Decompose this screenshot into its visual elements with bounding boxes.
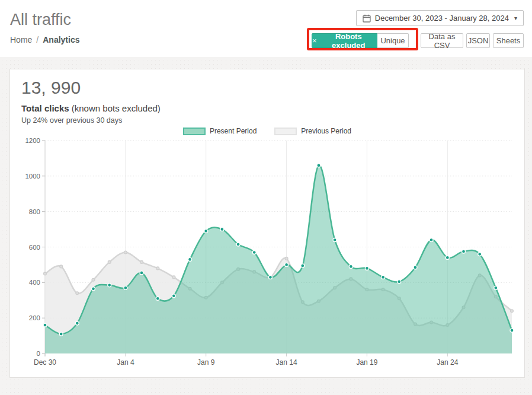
traffic-area-chart[interactable]: 020040060080010001200Dec 30Jan 4Jan 9Jan… — [10, 135, 525, 372]
svg-text:Jan 9: Jan 9 — [197, 358, 215, 367]
present-period-swatch — [183, 128, 206, 135]
export-sheets-button[interactable]: Sheets — [493, 33, 524, 48]
chevron-down-icon: ▾ — [514, 15, 517, 21]
date-range-label: December 30, 2023 - January 28, 2024 — [375, 14, 509, 23]
calendar-icon — [363, 14, 371, 23]
page-title: All traffic — [10, 11, 71, 29]
svg-text:200: 200 — [29, 314, 40, 321]
svg-text:800: 800 — [29, 208, 40, 215]
svg-text:Jan 4: Jan 4 — [117, 358, 134, 367]
svg-text:1200: 1200 — [25, 137, 40, 144]
svg-text:Jan 24: Jan 24 — [437, 358, 458, 367]
filter-robots-excluded[interactable]: × Robots excluded — [312, 33, 377, 48]
total-clicks-label-bold: Total clicks — [21, 103, 69, 113]
svg-text:Dec 30: Dec 30 — [34, 358, 56, 367]
filter-robots-label: Robots excluded — [321, 32, 377, 50]
filter-unique-button[interactable]: Unique — [377, 33, 409, 48]
legend-item-previous[interactable]: Previous Period — [274, 127, 351, 135]
svg-text:1000: 1000 — [25, 173, 40, 180]
close-icon[interactable]: × — [312, 36, 317, 45]
total-clicks-label: Total clicks (known bots excluded) — [21, 103, 161, 113]
breadcrumb-home-link[interactable]: Home — [10, 35, 32, 44]
legend-present-label: Present Period — [210, 127, 257, 135]
breadcrumb-current: Analytics — [43, 35, 79, 44]
export-json-button[interactable]: JSON — [466, 33, 490, 48]
date-range-picker[interactable]: December 30, 2023 - January 28, 2024 ▾ — [356, 10, 524, 26]
svg-text:Jan 14: Jan 14 — [276, 358, 297, 367]
previous-period-swatch — [274, 128, 297, 135]
breadcrumb-separator: / — [36, 35, 39, 44]
page-header: All traffic Home/Analytics December 30, … — [0, 0, 532, 57]
total-clicks-label-note: (known bots excluded) — [69, 103, 161, 113]
traffic-card: 13, 990 Total clicks (known bots exclude… — [9, 69, 525, 378]
total-clicks-value: 13, 990 — [21, 78, 81, 98]
comparison-text: Up 24% over previous 30 days — [21, 116, 122, 125]
toolbar: × Robots excluded Unique Data as CSV JSO… — [312, 33, 524, 48]
export-csv-button[interactable]: Data as CSV — [421, 33, 463, 48]
legend-item-present[interactable]: Present Period — [183, 127, 257, 135]
breadcrumb: Home/Analytics — [10, 35, 80, 44]
svg-text:0: 0 — [37, 350, 40, 357]
svg-text:600: 600 — [29, 244, 40, 251]
legend-previous-label: Previous Period — [301, 127, 351, 135]
svg-text:400: 400 — [29, 279, 40, 286]
svg-text:Jan 19: Jan 19 — [356, 358, 377, 367]
chart-legend: Present Period Previous Period — [10, 127, 524, 135]
